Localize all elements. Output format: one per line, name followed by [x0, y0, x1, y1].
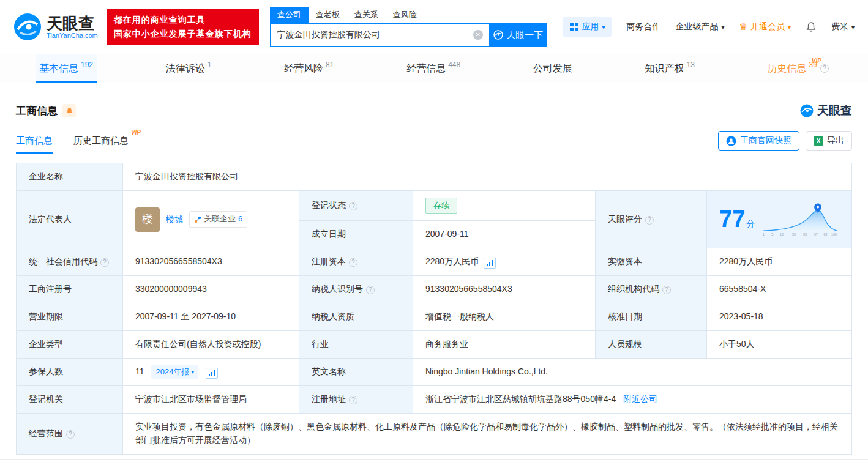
nav-tab-count: 1 — [208, 61, 212, 69]
help-icon[interactable]: ? — [349, 258, 357, 267]
promo-line1: 都在用的商业查询工具 — [114, 13, 252, 27]
brand-name: 天眼查 — [47, 15, 98, 32]
brand-domain: TianYanCha.com — [47, 32, 98, 39]
search-tab-boss[interactable]: 查老板 — [309, 7, 347, 23]
nav-tab-intellectual-property[interactable]: 知识产权 13 — [642, 54, 698, 83]
nav-tab-history-info[interactable]: VIP 历史信息 39 ? — [764, 54, 832, 83]
value-company-type: 有限责任公司(自然人投资或控股) — [123, 331, 299, 359]
chevron-down-icon: ▾ — [191, 367, 194, 377]
subtab-business-info[interactable]: 工商信息 — [16, 135, 53, 154]
help-icon[interactable]: ? — [820, 64, 829, 73]
score-unit: 分 — [746, 219, 755, 229]
value-english-name: Ningbo Jintian Holdings Co.,Ltd. — [413, 359, 852, 386]
tianyancha-logo[interactable]: 天眼查 TianYanCha.com — [13, 13, 98, 41]
bell-icon — [806, 21, 817, 32]
company-nav-tabs: 基本信息 192 法律诉讼 1 经营风险 81 经营信息 448 公司发展 知识… — [0, 54, 868, 83]
score-value: 77 — [719, 206, 745, 232]
svg-text:1: 1 — [763, 232, 765, 236]
section-header: 工商信息 天眼查 — [16, 103, 852, 119]
snapshot-icon — [726, 136, 736, 146]
search-button-logo-icon — [493, 30, 503, 40]
label-address: 注册地址? — [299, 386, 413, 414]
official-snapshot-button[interactable]: 工商官网快照 — [718, 131, 799, 151]
label-reg-status: 登记状态? — [299, 191, 413, 221]
value-company-name: 宁波金田投资控股有限公司 — [123, 163, 852, 191]
search-tab-relation[interactable]: 查关系 — [347, 7, 386, 23]
watermark-logo: 天眼查 — [800, 103, 852, 119]
label-taxpayer-no: 纳税人识别号? — [299, 276, 413, 303]
capital-trend-icon[interactable] — [484, 258, 496, 269]
section-actions: 工商官网快照 X 导出 — [718, 131, 852, 154]
nav-tab-label: 公司发展 — [533, 62, 572, 75]
related-companies-tag[interactable]: 关联企业 6 — [189, 211, 247, 227]
search-input[interactable]: 宁波金田投资控股有限公司 ✕ — [270, 23, 490, 47]
promo-banner: 都在用的商业查询工具 国家中小企业发展子基金旗下机构 — [107, 9, 259, 45]
help-icon[interactable]: ? — [645, 216, 654, 225]
subtab-history-business-info[interactable]: VIP 历史工商信息 — [73, 135, 129, 154]
svg-text:85: 85 — [804, 232, 807, 236]
nav-tab-label: 基本信息 — [39, 62, 78, 75]
search-tab-company[interactable]: 查公司 — [270, 7, 309, 23]
legal-rep-link[interactable]: 楼城 — [166, 213, 183, 226]
label-company-type: 企业类型 — [17, 331, 123, 359]
logo-eye-icon — [13, 13, 42, 41]
bottom-divider — [0, 459, 868, 460]
svg-text:50: 50 — [792, 232, 796, 236]
label-taxpayer-type: 纳税人资质 — [299, 303, 413, 331]
svg-text:99: 99 — [823, 232, 827, 236]
export-button[interactable]: X 导出 — [806, 131, 852, 151]
help-icon[interactable]: ? — [349, 396, 357, 404]
legal-rep-avatar[interactable]: 楼 — [135, 207, 160, 232]
help-icon[interactable]: ? — [366, 286, 375, 294]
watermark-brand: 天眼查 — [817, 103, 852, 119]
label-legal-rep: 法定代表人 — [17, 191, 123, 248]
label-score: 天眼评分? — [596, 191, 707, 248]
value-business-scope: 实业项目投资，有色金属原材料（除废铜）、黑色金属原材料、化工原料及产品（除危险化… — [123, 414, 852, 454]
clear-icon[interactable]: ✕ — [473, 30, 483, 40]
help-icon[interactable]: ? — [349, 202, 357, 210]
score-distribution-chart: 1 5 10 50 85 97 99 100 — [761, 201, 839, 238]
monitor-bell-button[interactable] — [62, 104, 76, 117]
promo-line2: 国家中小企业发展子基金旗下机构 — [114, 27, 252, 41]
nav-tab-basic-info[interactable]: 基本信息 192 — [36, 54, 97, 83]
search-tab-risk[interactable]: 查风险 — [386, 7, 424, 23]
nearby-companies-link[interactable]: 附近公司 — [623, 394, 657, 404]
user-menu[interactable]: 费米 ▾ — [831, 21, 855, 32]
crown-icon: ♛ — [739, 21, 747, 32]
value-taxpayer-no: 9133020566558504X3 — [413, 276, 596, 303]
search-tabs: 查公司 查老板 查关系 查风险 — [270, 7, 547, 23]
label-business-scope: 经营范围? — [17, 414, 123, 454]
enterprise-label: 企业级产品 — [675, 21, 718, 32]
value-reg-capital: 2280万人民币 — [413, 248, 596, 276]
svg-text:100: 100 — [831, 232, 837, 236]
svg-text:5: 5 — [772, 232, 774, 236]
nav-tab-count: 13 — [687, 61, 695, 69]
logo-eye-icon — [800, 104, 814, 117]
nav-tab-operation-risk[interactable]: 经营风险 81 — [280, 54, 337, 83]
value-score[interactable]: 77分 1 5 10 50 — [707, 191, 852, 248]
label-credit-code: 统一社会信用代码? — [17, 248, 123, 276]
enterprise-menu[interactable]: 企业级产品 ▾ — [675, 21, 724, 32]
nav-tab-operation-info[interactable]: 经营信息 448 — [403, 54, 464, 83]
help-icon[interactable]: ? — [100, 258, 109, 267]
notification-bell[interactable] — [806, 21, 817, 32]
nav-tab-count: 448 — [448, 61, 460, 69]
chevron-down-icon: ▾ — [788, 24, 791, 31]
search-button[interactable]: 天眼一下 — [490, 23, 547, 47]
nav-tab-legal[interactable]: 法律诉讼 1 — [162, 54, 215, 83]
help-icon[interactable]: ? — [662, 286, 671, 294]
vip-upgrade-link[interactable]: ♛ 开通会员 ▾ — [739, 21, 790, 32]
value-reg-authority: 宁波市江北区市场监督管理局 — [123, 386, 299, 414]
nav-tab-label: 历史信息 — [768, 62, 807, 75]
apps-menu[interactable]: 应用 ▾ — [563, 17, 612, 37]
help-icon[interactable]: ? — [66, 430, 75, 439]
value-address: 浙江省宁波市江北区慈城镇胡坑基路88号050幢4-4 附近公司 — [413, 386, 852, 414]
annual-report-link[interactable]: 2024年报 ▾ — [151, 365, 198, 379]
cooperation-link[interactable]: 商务合作 — [626, 21, 660, 32]
nav-tab-company-development[interactable]: 公司发展 — [529, 54, 576, 83]
label-company-name: 企业名称 — [17, 163, 123, 191]
value-insured-count: 11 2024年报 ▾ — [123, 359, 299, 386]
insured-trend-icon[interactable] — [206, 368, 218, 379]
search-value: 宁波金田投资控股有限公司 — [277, 29, 473, 40]
value-industry: 商务服务业 — [413, 331, 596, 359]
